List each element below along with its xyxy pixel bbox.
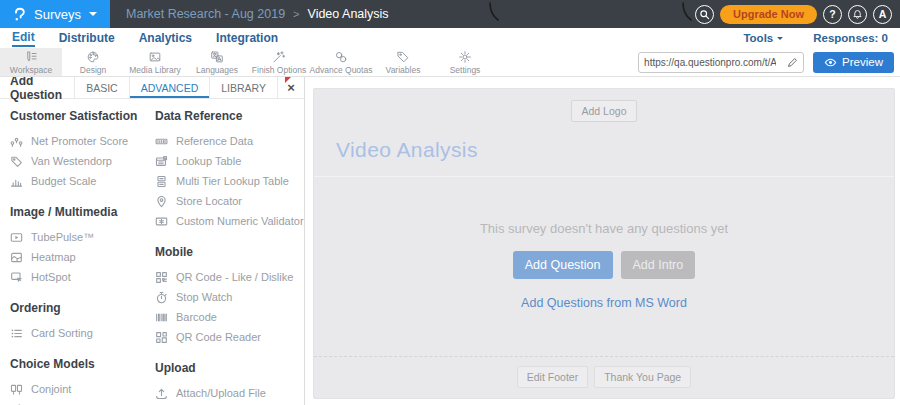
breadcrumb-parent[interactable]: Market Research - Aug 2019 — [126, 7, 285, 21]
add-question-button[interactable]: Add Question — [513, 251, 613, 279]
gauge-icon — [10, 135, 23, 148]
help-button[interactable]: ? — [823, 5, 842, 24]
avatar-glyph: A — [879, 8, 887, 20]
breadcrumb-separator: > — [293, 8, 299, 20]
toolbar-right: Preview — [638, 48, 900, 76]
multi-tier-icon — [155, 175, 168, 188]
toolbar-item-languages[interactable]: Languages — [186, 48, 248, 76]
question-type-custom-numeric-validator[interactable]: Custom Numeric Validator — [155, 211, 304, 231]
survey-canvas: Add Logo Video Analysis This survey does… — [305, 77, 900, 405]
add-logo-button[interactable]: Add Logo — [571, 100, 638, 122]
section-customer-satisfaction: Customer SatisfactionNet Promoter ScoreV… — [10, 109, 155, 191]
workspace-icon — [24, 50, 38, 64]
question-type-hotspot[interactable]: HotSpot — [10, 267, 155, 287]
numeric-validator-icon — [155, 215, 168, 228]
edit-footer-button[interactable]: Edit Footer — [517, 366, 588, 388]
qr-reader-icon — [155, 331, 168, 344]
heatmap-image-icon — [10, 251, 23, 264]
thank-you-page-button[interactable]: Thank You Page — [594, 366, 691, 388]
section-title: Mobile — [155, 245, 304, 259]
surveys-menu-button[interactable]: Surveys — [0, 0, 110, 28]
edit-toolbar: WorkspaceDesignMedia LibraryLanguagesFin… — [0, 48, 900, 77]
survey-url-input[interactable] — [639, 57, 781, 68]
barcode-icon — [155, 311, 168, 324]
toolbar-item-workspace[interactable]: Workspace — [0, 48, 62, 76]
add-intro-button[interactable]: Add Intro — [621, 251, 696, 279]
question-type-store-locator[interactable]: Store Locator — [155, 191, 304, 211]
preview-label: Preview — [842, 56, 883, 68]
question-type-reference-data[interactable]: Reference Data — [155, 131, 304, 151]
section-ordering: OrderingCard Sorting — [10, 301, 155, 343]
tab-advanced[interactable]: ADVANCED — [129, 77, 210, 98]
section-title: Customer Satisfaction — [10, 109, 155, 123]
section-title: Data Reference — [155, 109, 304, 123]
close-panel-button[interactable]: × — [277, 77, 304, 98]
question-type-qr-code-reader[interactable]: QR Code Reader — [155, 327, 304, 347]
add-questions-ms-word-link[interactable]: Add Questions from MS Word — [480, 296, 728, 310]
menubar-items: EditDistributeAnalyticsIntegration — [12, 29, 278, 47]
section-title: Choice Models — [10, 357, 155, 371]
menu-item-analytics[interactable]: Analytics — [139, 30, 192, 46]
tab-library[interactable]: LIBRARY — [209, 77, 277, 98]
search-icon — [699, 9, 710, 20]
qr-code-icon — [155, 271, 168, 284]
close-icon: × — [287, 80, 295, 95]
cursor-click-icon — [10, 271, 23, 284]
breadcrumb-current: Video Analysis — [308, 7, 389, 21]
sorted-list-icon — [10, 327, 23, 340]
menu-item-distribute[interactable]: Distribute — [59, 30, 115, 46]
question-type-attach-upload-file[interactable]: Attach/Upload File — [155, 383, 304, 403]
question-type-barcode[interactable]: Barcode — [155, 307, 304, 327]
notifications-button[interactable] — [848, 5, 867, 24]
toolbar-item-variables[interactable]: Variables — [372, 48, 434, 76]
search-button[interactable] — [695, 5, 714, 24]
survey-page: Add Logo Video Analysis This survey does… — [313, 88, 895, 399]
question-type-conjoint[interactable]: Conjoint — [10, 379, 155, 399]
title-divider — [314, 176, 894, 177]
question-type-lookup-table[interactable]: Lookup Table — [155, 151, 304, 171]
page-footer: Edit Footer Thank You Page — [314, 356, 894, 398]
chevron-down-icon — [777, 37, 783, 43]
question-type-net-promoter-score[interactable]: Net Promoter Score — [10, 131, 155, 151]
tools-dropdown[interactable]: Tools — [743, 32, 783, 44]
question-type-heatmap[interactable]: Heatmap — [10, 247, 155, 267]
toolbar-item-design[interactable]: Design — [62, 48, 124, 76]
upgrade-now-button[interactable]: Upgrade Now — [720, 5, 817, 24]
questionpro-logo-icon — [11, 7, 26, 22]
panel-header: Add Question BASICADVANCEDLIBRARY × — [0, 77, 304, 99]
toolbar-item-advance-quotas[interactable]: Advance Quotas — [310, 48, 372, 76]
question-type-multi-tier-lookup-table[interactable]: Multi Tier Lookup Table — [155, 171, 304, 191]
question-type-card-sorting[interactable]: Card Sorting — [10, 323, 155, 343]
avatar[interactable]: A — [873, 5, 892, 24]
screen-artifact-curve — [681, 2, 693, 22]
question-type-max-diff[interactable]: Max-Diff — [10, 399, 155, 405]
empty-state: This survey doesn't have any questions y… — [480, 221, 728, 310]
edit-url-button[interactable] — [781, 53, 803, 72]
question-type-stop-watch[interactable]: Stop Watch — [155, 287, 304, 307]
question-type-budget-scale[interactable]: Budget Scale — [10, 171, 155, 191]
toolbar-item-finish-options[interactable]: Finish Options — [248, 48, 310, 76]
menu-item-edit[interactable]: Edit — [12, 29, 35, 47]
responses-count[interactable]: Responses: 0 — [813, 32, 888, 44]
surveys-label: Surveys — [34, 7, 81, 22]
survey-title[interactable]: Video Analysis — [336, 138, 478, 162]
tab-basic[interactable]: BASIC — [74, 77, 129, 98]
upload-arrow-icon — [155, 387, 168, 400]
advance-quotas-icon — [334, 50, 348, 64]
pencil-icon — [787, 57, 798, 68]
survey-url-box — [638, 52, 804, 73]
question-type-tubepulse[interactable]: TubePulse™ — [10, 227, 155, 247]
section-title: Ordering — [10, 301, 155, 315]
question-type-qr-code-like-dislike[interactable]: QR Code - Like / Dislike — [155, 267, 304, 287]
menubar-right: Tools Responses: 0 — [743, 32, 888, 44]
top-bar: Surveys Market Research - Aug 2019 > Vid… — [0, 0, 900, 28]
question-type-van-westendorp[interactable]: Van Westendorp — [10, 151, 155, 171]
variables-icon — [396, 50, 410, 64]
menu-item-integration[interactable]: Integration — [216, 30, 278, 46]
toolbar-item-media-library[interactable]: Media Library — [124, 48, 186, 76]
toolbar-item-settings[interactable]: Settings — [434, 48, 496, 76]
bell-icon — [852, 9, 863, 20]
stopwatch-icon — [155, 291, 168, 304]
preview-button[interactable]: Preview — [813, 52, 894, 73]
bar-chart-icon — [10, 175, 23, 188]
